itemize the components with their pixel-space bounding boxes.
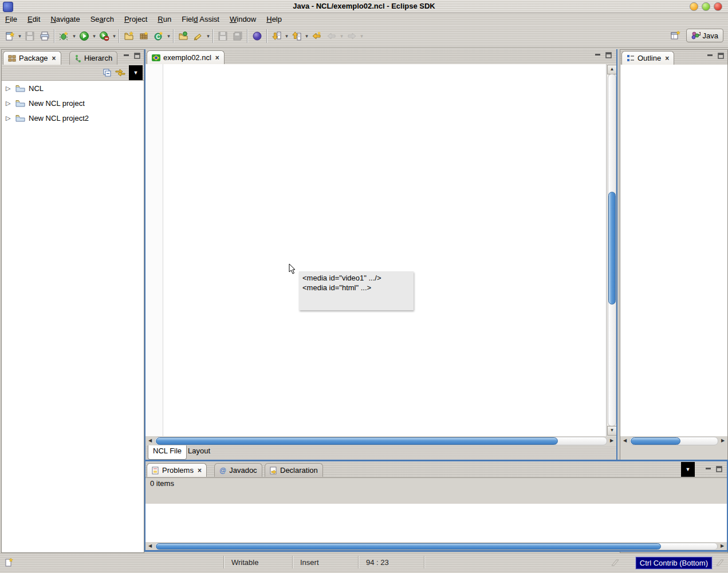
new-class-button[interactable]: C [151, 29, 166, 44]
tab-editor-exemplo02[interactable]: exemplo02.ncl × [147, 50, 225, 64]
open-perspective-button[interactable] [668, 28, 683, 43]
external-tools-dropdown[interactable]: ▾ [112, 33, 117, 39]
project-item[interactable]: ▷New NCL project [2, 96, 144, 110]
vertical-scroll-thumb[interactable] [608, 192, 616, 305]
outline-horizontal-scrollbar[interactable]: ◀ ▶ [620, 436, 727, 445]
run-dropdown[interactable]: ▾ [92, 33, 97, 39]
project-item[interactable]: ▷New NCL project2 [2, 110, 144, 125]
new-wizard-button[interactable] [2, 29, 17, 44]
menu-edit[interactable]: Edit [22, 14, 45, 24]
debug-button[interactable] [57, 29, 72, 44]
tab-layout[interactable]: Layout [183, 445, 215, 459]
java-sphere-button[interactable] [250, 29, 265, 44]
problems-tabrow: Problems × @ Javadoc Declaration ▼ [145, 461, 727, 478]
save-button[interactable] [22, 29, 37, 44]
forward-dropdown[interactable]: ▾ [359, 33, 364, 39]
forward-button[interactable] [344, 29, 359, 44]
perspective-java-button[interactable]: J Java [686, 29, 723, 42]
menu-field-assist[interactable]: Field Assist [176, 14, 225, 24]
problems-scroll-left-icon[interactable]: ◀ [146, 542, 154, 550]
tab-package-explorer[interactable]: Package × [3, 51, 61, 65]
minimize-view-icon[interactable] [123, 53, 129, 59]
editor-horizontal-scrollbar[interactable]: ◀ ▶ [145, 436, 616, 445]
scroll-left-icon[interactable]: ◀ [146, 437, 154, 445]
menu-project[interactable]: Project [119, 14, 152, 24]
problems-scroll-thumb[interactable] [156, 543, 661, 550]
problems-minimize-icon[interactable] [705, 466, 711, 472]
popup-line-1[interactable]: <media id="video1" .../> [302, 273, 410, 283]
fastview-icon[interactable] [5, 558, 14, 568]
outline-scroll-thumb[interactable] [631, 437, 680, 445]
link-with-editor-icon[interactable] [115, 68, 125, 77]
tab-ncl-file[interactable]: NCL File [148, 445, 187, 460]
new-class-dropdown[interactable]: ▾ [166, 33, 171, 39]
expand-icon[interactable]: ▷ [6, 114, 12, 122]
heap-toggle-left-icon[interactable] [610, 558, 620, 568]
tab-hierarchy[interactable]: Hierarch [69, 51, 117, 65]
menu-file[interactable]: File [0, 14, 22, 24]
expand-icon[interactable]: ▷ [6, 100, 12, 107]
debug-dropdown[interactable]: ▾ [72, 33, 77, 39]
horizontal-scroll-thumb[interactable] [156, 437, 558, 445]
problems-maximize-icon[interactable] [716, 466, 722, 472]
search-dropdown[interactable]: ▾ [206, 33, 211, 39]
collapse-all-icon[interactable] [103, 68, 112, 77]
save-all-button[interactable] [230, 29, 245, 44]
new-project-button[interactable] [121, 29, 136, 44]
tab-editor-close-icon[interactable]: × [215, 54, 219, 62]
outline-minimize-icon[interactable] [707, 53, 713, 59]
view-menu-button[interactable]: ▼ [129, 65, 143, 80]
back-dropdown[interactable]: ▾ [339, 33, 344, 39]
tab-problems-close-icon[interactable]: × [198, 467, 202, 475]
problems-view-menu-button[interactable]: ▼ [681, 462, 695, 477]
menu-window[interactable]: Window [225, 14, 261, 24]
tab-javadoc[interactable]: @ Javadoc [214, 463, 262, 477]
scroll-right-icon[interactable]: ▶ [608, 437, 616, 445]
problems-table-body[interactable] [145, 504, 727, 542]
maximize-view-icon[interactable] [134, 53, 140, 59]
print-button[interactable] [37, 29, 52, 44]
prev-annotation-button[interactable] [289, 29, 304, 44]
new-wizard-dropdown[interactable]: ▾ [17, 33, 22, 39]
tab-declaration[interactable]: Declaration [265, 463, 323, 477]
tab-problems[interactable]: Problems × [147, 463, 207, 477]
outline-scroll-right-icon[interactable]: ▶ [719, 437, 727, 445]
scroll-up-icon[interactable]: ▲ [607, 65, 616, 74]
run-button[interactable] [77, 29, 92, 44]
external-tools-button[interactable] [97, 29, 112, 44]
outline-tree[interactable] [620, 65, 727, 436]
editor-vertical-scrollbar[interactable]: ▲ ▼ [606, 64, 616, 436]
package-explorer-tree[interactable]: ▷NCL▷New NCL project▷New NCL project2 [2, 81, 144, 552]
editor-maximize-icon[interactable] [605, 52, 612, 58]
tab-outline[interactable]: Outline × [621, 51, 674, 65]
tab-package-close-icon[interactable]: × [52, 54, 56, 62]
heap-toggle-right-icon[interactable] [715, 558, 725, 568]
menu-navigate[interactable]: Navigate [45, 14, 85, 24]
tab-outline-close-icon[interactable]: × [665, 54, 669, 62]
new-package-button[interactable] [136, 29, 151, 44]
problems-horizontal-scrollbar[interactable]: ◀ ▶ [145, 542, 727, 550]
back-button[interactable] [324, 29, 339, 44]
window-minimize-button[interactable] [690, 2, 698, 11]
menu-run[interactable]: Run [152, 14, 176, 24]
prev-annotation-dropdown[interactable]: ▾ [304, 33, 309, 39]
project-item[interactable]: ▷NCL [2, 81, 144, 96]
code-editor[interactable]: <media id="video1" .../> <media id="html… [145, 64, 616, 436]
next-annotation-button[interactable] [269, 29, 284, 44]
outline-scroll-left-icon[interactable]: ◀ [621, 437, 629, 445]
next-annotation-dropdown[interactable]: ▾ [284, 33, 289, 39]
save-editor-button[interactable] [215, 29, 230, 44]
menu-help[interactable]: Help [261, 14, 287, 24]
outline-maximize-icon[interactable] [718, 53, 724, 59]
popup-line-2[interactable]: <media id="html" ...> [302, 283, 410, 293]
last-edit-location-button[interactable] [309, 29, 324, 44]
problems-scroll-right-icon[interactable]: ▶ [718, 542, 726, 550]
menu-search[interactable]: Search [85, 14, 119, 24]
editor-minimize-icon[interactable] [595, 52, 601, 58]
expand-icon[interactable]: ▷ [6, 85, 12, 92]
search-button[interactable] [191, 29, 206, 44]
open-resource-button[interactable] [176, 29, 191, 44]
window-close-button[interactable] [714, 2, 722, 11]
window-maximize-button[interactable] [702, 2, 710, 11]
scroll-down-icon[interactable]: ▼ [607, 426, 616, 436]
